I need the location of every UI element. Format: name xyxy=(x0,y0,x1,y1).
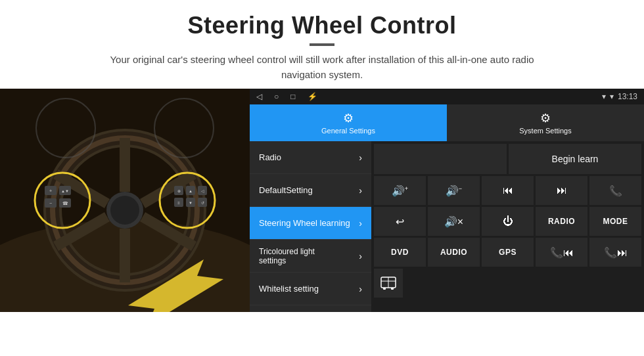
control-row-2: ↩ 🔊× ⏻ RADIO MODE xyxy=(374,207,641,236)
audio-button[interactable]: AUDIO xyxy=(428,238,480,267)
begin-learn-button[interactable]: Begin learn xyxy=(509,144,641,174)
menu-item-steering-label: Steering Wheel learning xyxy=(259,218,350,228)
menu-item-radio[interactable]: Radio › xyxy=(250,141,371,174)
status-right: ▾ ▾ 13:13 xyxy=(602,92,637,101)
control-row-1: 🔊+ 🔊− ⏮ ⏭ 📞 xyxy=(374,176,641,205)
phone-button[interactable]: 📞 xyxy=(589,176,641,205)
tab-system-label: System Settings xyxy=(519,127,571,135)
menu-item-whitelist[interactable]: Whitelist setting › xyxy=(250,273,371,305)
menu-arrow-steering: › xyxy=(359,218,362,229)
back-nav-icon[interactable]: ◁ xyxy=(256,92,262,101)
svg-text:☎: ☎ xyxy=(62,201,68,206)
general-settings-icon: ⚙ xyxy=(343,111,354,125)
begin-learn-empty xyxy=(374,144,507,174)
home-nav-icon[interactable]: ○ xyxy=(274,92,279,101)
audio-label: AUDIO xyxy=(440,248,467,257)
prev-track-button[interactable]: ⏮ xyxy=(482,176,534,205)
volume-down-button[interactable]: 🔊− xyxy=(428,176,480,205)
svg-rect-41 xyxy=(383,288,386,290)
back-button[interactable]: ↩ xyxy=(374,207,426,236)
bus-icon xyxy=(380,277,396,290)
dvd-button[interactable]: DVD xyxy=(374,238,426,267)
status-time: 13:13 xyxy=(618,92,637,101)
mode-button[interactable]: MODE xyxy=(589,207,641,236)
back-icon: ↩ xyxy=(396,215,404,228)
menu-item-tricoloured-label: Tricoloured lightsettings xyxy=(259,247,315,265)
gps-button[interactable]: GPS xyxy=(482,238,534,267)
last-row xyxy=(374,269,641,298)
svg-text:+: + xyxy=(49,189,52,193)
mute-icon: 🔊× xyxy=(444,215,463,228)
page-header: Steering Wheel Control Your original car… xyxy=(0,0,644,89)
phone-icon: 📞 xyxy=(609,185,622,197)
menu-arrow-whitelist: › xyxy=(359,284,362,294)
svg-text:▲▼: ▲▼ xyxy=(61,189,69,193)
menu-icon-button[interactable] xyxy=(374,269,403,298)
menu-item-default-label: DefaultSetting xyxy=(259,185,313,195)
car-image: + ▲▼ − ☎ ⊕ ▲ ◁ ≡ ▼ ↺ xyxy=(0,89,250,312)
next-track-button[interactable]: ⏭ xyxy=(536,176,587,205)
volume-up-button[interactable]: 🔊+ xyxy=(374,176,426,205)
phone-prev-button[interactable]: 📞⏮ xyxy=(536,238,587,267)
mode-label: MODE xyxy=(603,217,628,226)
power-button[interactable]: ⏻ xyxy=(482,207,534,236)
tab-bar: ⚙ General Settings ⚙ System Settings xyxy=(250,104,644,141)
menu-item-radio-label: Radio xyxy=(259,152,281,162)
svg-text:≡: ≡ xyxy=(177,201,180,205)
svg-point-6 xyxy=(110,196,139,225)
android-panel: ◁ ○ □ ⚡ ▾ ▾ 13:13 ⚙ General Settings ⚙ S… xyxy=(250,89,644,312)
system-settings-icon: ⚙ xyxy=(540,111,551,125)
nav-icons: ◁ ○ □ ⚡ xyxy=(256,92,317,101)
menu-arrow-default: › xyxy=(359,185,362,196)
svg-rect-42 xyxy=(391,288,394,290)
menu-item-steering-wheel[interactable]: Steering Wheel learning › xyxy=(250,207,371,240)
volume-down-icon: 🔊− xyxy=(446,185,462,197)
status-bar: ◁ ○ □ ⚡ ▾ ▾ 13:13 xyxy=(250,89,644,104)
tab-general-settings[interactable]: ⚙ General Settings xyxy=(250,104,447,141)
svg-text:↺: ↺ xyxy=(201,201,204,205)
right-controls: Begin learn 🔊+ 🔊− ⏮ ⏭ xyxy=(371,141,644,312)
phone-next-icon: 📞⏭ xyxy=(604,246,628,259)
mute-button[interactable]: 🔊× xyxy=(428,207,480,236)
phone-prev-icon: 📞⏮ xyxy=(550,246,574,259)
recent-nav-icon[interactable]: □ xyxy=(290,92,295,101)
page-title: Steering Wheel Control xyxy=(13,12,631,39)
signal-icon: ▾ xyxy=(610,92,614,101)
svg-text:▲: ▲ xyxy=(189,189,193,193)
menu-item-tricoloured[interactable]: Tricoloured lightsettings › xyxy=(250,240,371,273)
gps-label: GPS xyxy=(499,248,517,257)
content-area: + ▲▼ − ☎ ⊕ ▲ ◁ ≡ ▼ ↺ xyxy=(0,89,644,312)
page-subtitle: Your original car's steering wheel contr… xyxy=(92,53,552,82)
menu-item-default-setting[interactable]: DefaultSetting › xyxy=(250,174,371,207)
panel-content: Radio › DefaultSetting › Steering Wheel … xyxy=(250,141,644,312)
tab-system-settings[interactable]: ⚙ System Settings xyxy=(447,104,644,141)
menu-item-whitelist-label: Whitelist setting xyxy=(259,284,319,294)
media-nav-icon[interactable]: ⚡ xyxy=(308,92,317,101)
volume-up-icon: 🔊+ xyxy=(392,185,408,197)
title-divider xyxy=(310,43,334,46)
menu-arrow-tricoloured: › xyxy=(359,251,362,261)
power-icon: ⏻ xyxy=(503,215,513,227)
radio-button[interactable]: RADIO xyxy=(536,207,587,236)
tab-general-label: General Settings xyxy=(321,127,375,135)
control-row-3: DVD AUDIO GPS 📞⏮ 📞⏭ xyxy=(374,238,641,267)
svg-text:−: − xyxy=(49,201,52,206)
radio-label: RADIO xyxy=(548,217,575,226)
svg-text:⊕: ⊕ xyxy=(177,189,181,193)
phone-next-button[interactable]: 📞⏭ xyxy=(589,238,641,267)
prev-track-icon: ⏮ xyxy=(503,185,513,196)
menu-arrow-radio: › xyxy=(359,152,362,163)
svg-text:▼: ▼ xyxy=(189,201,193,205)
left-menu: Radio › DefaultSetting › Steering Wheel … xyxy=(250,141,371,312)
svg-text:◁: ◁ xyxy=(201,189,204,193)
next-track-icon: ⏭ xyxy=(557,185,567,196)
begin-learn-row: Begin learn xyxy=(374,144,641,174)
dvd-label: DVD xyxy=(391,248,409,257)
wifi-icon: ▾ xyxy=(602,92,606,101)
